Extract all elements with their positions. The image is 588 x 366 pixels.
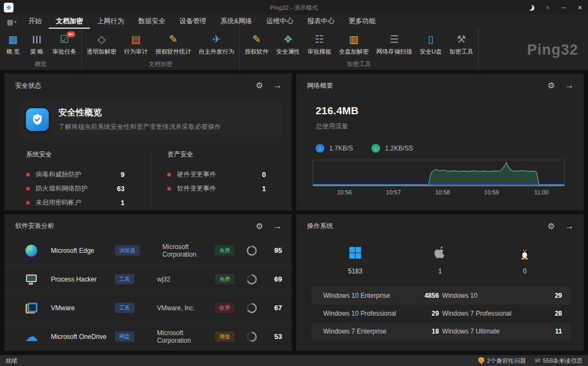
ribbon-item[interactable]: ▦概 览: [1, 33, 25, 56]
score-ring-cell: [246, 331, 257, 342]
unread-messages-status[interactable]: ✉ 558条未读信息: [535, 357, 583, 365]
ribbon-group-0: ▦概 览☰策 略☑9+审批任务概览: [0, 29, 82, 70]
category-badge: 工具: [115, 303, 134, 313]
ph-app-icon: [25, 273, 37, 285]
arrow-right-icon[interactable]: →: [565, 221, 574, 232]
tab-5[interactable]: 系统&网络: [213, 15, 259, 29]
software-name: Microsoft OneDrive: [51, 333, 115, 341]
software-row[interactable]: VMware工具VMware, Inc.收费67: [4, 293, 292, 322]
os-table-row: Windows 7 Enterprise18Windows 7 Ultimate…: [311, 323, 571, 341]
download-arrow-icon: ↓: [371, 144, 380, 153]
ribbon-item-label: 授权软件统计: [155, 48, 191, 56]
cube-icon: ◇: [97, 33, 106, 46]
ribbon-group-label: 文档加密: [83, 60, 238, 70]
task-icon: ☑9+: [60, 33, 69, 46]
tab-6[interactable]: 运维中心: [259, 15, 300, 29]
os-value: 11: [531, 328, 565, 335]
panel-title: 操作系统: [307, 221, 333, 231]
tab-1[interactable]: 文档加密: [49, 15, 90, 29]
software-vendor: Microsoft Corporation: [162, 243, 215, 258]
vmware-app-icon: [25, 302, 37, 314]
minimize-button[interactable]: ─: [556, 0, 572, 15]
brand-watermark: Ping32: [527, 42, 578, 58]
ribbon-item[interactable]: ❖安全属性: [272, 33, 304, 56]
arrow-right-icon[interactable]: →: [273, 221, 282, 232]
price-badge: 免费: [215, 274, 234, 284]
score-ring: [246, 331, 257, 342]
template-icon: ☷: [315, 33, 324, 46]
metric-label: 防火墙和网络防护: [36, 184, 88, 193]
tab-7[interactable]: 报表中心: [300, 15, 342, 29]
metric-label: 软件变更事件: [177, 184, 216, 193]
dark-theme-moon-icon[interactable]: [523, 0, 539, 15]
ribbon-item[interactable]: ☑9+审批任务: [49, 33, 80, 56]
ribbon-item-label: 加密工具: [449, 48, 473, 56]
ribbon-item[interactable]: ☰网络存储扫描: [373, 33, 416, 56]
ribbon-item[interactable]: ▤行为审计: [120, 33, 152, 56]
download-rate: ↓ 1.2KB/SS: [371, 144, 413, 153]
panel-title: 安全状态: [15, 81, 41, 90]
alert-dot-icon: [167, 173, 171, 177]
ribbon-item[interactable]: ◇透明加解密: [83, 33, 120, 56]
score-ring: [246, 245, 257, 256]
ribbon-item[interactable]: ☷审批模板: [304, 33, 335, 56]
ribbon-group-2: ✎授权软件❖安全属性☷审批模板▥全盘加解密☰网络存储扫描▯安全U盘⚒加密工具加密…: [240, 29, 479, 70]
os-count: 1: [438, 267, 442, 275]
software-row[interactable]: ☁Microsoft OneDrive网盘Microsoft Corporati…: [4, 322, 292, 351]
os-value: 29: [408, 310, 442, 317]
gear-icon[interactable]: ⚙: [256, 81, 263, 90]
software-row[interactable]: Process Hacker工具wj32免费69: [4, 265, 292, 293]
os-value: 29: [531, 292, 565, 299]
settings-icon[interactable]: ✳: [539, 0, 556, 15]
os-summary-item-linux: 0: [518, 245, 532, 275]
ribbon-item[interactable]: ✎授权软件统计: [152, 33, 195, 56]
price-badge: 收费: [215, 303, 234, 313]
traffic-rates: ↑ 1.7KB/S ↓ 1.2KB/SS: [316, 144, 584, 153]
software-row[interactable]: Microsoft Edge浏览器Microsoft Corporation免费…: [4, 237, 292, 265]
tab-4[interactable]: 设备管理: [172, 15, 213, 29]
gear-icon[interactable]: ⚙: [548, 221, 555, 231]
software-vendor: VMware, Inc.: [157, 304, 215, 312]
tab-2[interactable]: 上网行为: [90, 15, 131, 29]
os-value: 28: [531, 310, 565, 317]
disk-icon: ▥: [349, 33, 359, 46]
ribbon-item[interactable]: ▥全盘加解密: [335, 33, 373, 56]
ribbon-item[interactable]: ☰策 略: [25, 33, 49, 56]
unread-messages-text: 558条未读信息: [543, 357, 583, 365]
ribbon-item[interactable]: ✎授权软件: [241, 33, 272, 56]
ribbon-item[interactable]: ✈自主外发行为: [195, 33, 238, 56]
security-metric: 未启用密码帐户1: [26, 196, 147, 210]
tab-0[interactable]: 开始: [21, 15, 49, 29]
compatibility-issues-status[interactable]: ! 2个兼容性问题: [478, 357, 526, 365]
alert-dot-icon: [26, 173, 30, 177]
ribbon-groups: ▦概 览☰策 略☑9+审批任务概览◇透明加解密▤行为审计✎授权软件统计✈自主外发…: [0, 29, 588, 70]
os-summary-item-windows: 5183: [348, 245, 363, 275]
status-ready-text: 就绪: [5, 357, 17, 365]
ribbon-item[interactable]: ⚒加密工具: [446, 33, 477, 56]
gear-icon[interactable]: ⚙: [548, 81, 555, 90]
close-button[interactable]: ✕: [572, 0, 588, 15]
os-name: Windows 10 Professional: [323, 310, 408, 317]
x-tick-label: 11:00: [534, 189, 549, 195]
price-badge: 免费: [215, 245, 234, 256]
x-tick-label: 10:58: [435, 189, 450, 195]
arrow-right-icon[interactable]: →: [565, 80, 574, 91]
file-menu-icon: ▤: [7, 18, 13, 26]
fence-icon: ❖: [283, 33, 292, 46]
storage-icon: ☰: [389, 33, 398, 46]
file-menu-button[interactable]: ▤ ▾: [2, 15, 21, 29]
ribbon-group-items: ▦概 览☰策 略☑9+审批任务: [1, 29, 80, 60]
shield-warning-icon: !: [478, 357, 484, 364]
os-count: 0: [523, 267, 527, 275]
tab-3[interactable]: 数据安全: [131, 15, 172, 29]
ribbon-item-label: 透明加解密: [87, 48, 116, 56]
arrow-right-icon[interactable]: →: [273, 80, 282, 91]
usb-icon: ▯: [428, 33, 433, 46]
ribbon-item-label: 授权软件: [245, 48, 269, 56]
ribbon-item[interactable]: ▯安全U盘: [416, 33, 446, 56]
menu-tabs: 开始文档加密上网行为数据安全设备管理系统&网络运维中心报表中心更多功能: [21, 15, 382, 29]
tab-8[interactable]: 更多功能: [342, 15, 383, 29]
gear-icon[interactable]: ⚙: [256, 221, 263, 231]
onedrive-app-icon: ☁: [25, 331, 37, 343]
software-name: Microsoft Edge: [51, 247, 115, 254]
